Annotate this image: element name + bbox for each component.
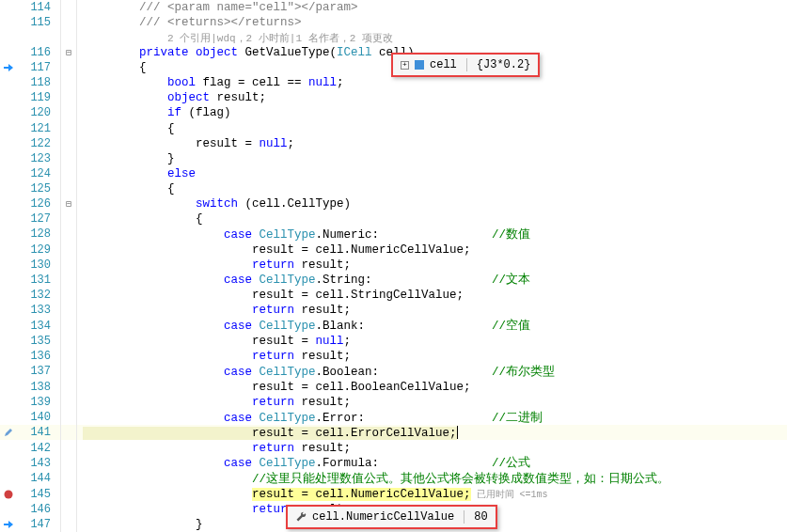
code-line[interactable]: 124 else [0, 166, 787, 181]
line-number: 123 [17, 152, 60, 165]
wrench-icon [295, 511, 307, 523]
step-arrow-icon [4, 63, 13, 72]
line-number: 127 [17, 212, 60, 226]
code-text[interactable]: result = null; [77, 137, 787, 150]
code-text[interactable]: result = cell.StringCellValue; [77, 289, 787, 302]
code-text[interactable]: } [77, 152, 787, 165]
line-number: 136 [17, 350, 60, 363]
code-text[interactable]: switch (cell.CellType) [77, 197, 787, 211]
code-text[interactable]: case CellType.String: //文本 [77, 272, 787, 288]
code-line[interactable]: 129 result = cell.NumericCellValue; [0, 243, 787, 258]
code-text[interactable]: case CellType.Numeric: //数值 [77, 227, 787, 243]
code-line[interactable]: 119 object result; [0, 90, 787, 105]
code-line[interactable]: 2 个引用|wdq，2 小时前|1 名作者，2 项更改 [0, 30, 787, 45]
code-text[interactable]: return result; [77, 350, 787, 363]
breakpoint-gutter[interactable] [0, 490, 17, 499]
breakpoint-icon[interactable] [4, 490, 13, 499]
edit-icon [4, 428, 13, 437]
line-number: 128 [17, 227, 60, 241]
code-text[interactable]: /// <returns></returns> [77, 16, 787, 29]
code-text[interactable]: { [77, 122, 787, 135]
code-line[interactable]: 120 if (flag) [0, 105, 787, 120]
breakpoint-gutter[interactable] [0, 63, 17, 72]
code-line[interactable]: 130 return result; [0, 258, 787, 273]
line-number: 129 [17, 243, 60, 257]
line-number: 130 [17, 258, 60, 272]
line-number: 125 [17, 182, 60, 196]
code-line[interactable]: 143 case CellType.Formula: //公式 [0, 456, 787, 472]
code-line[interactable]: 134 case CellType.Blank: //空值 [0, 318, 787, 334]
code-text[interactable]: return result; [77, 304, 787, 317]
line-number: 119 [17, 91, 60, 104]
field-icon [415, 60, 424, 70]
code-line[interactable]: 127 { [0, 211, 787, 227]
code-line[interactable]: 141 result = cell.ErrorCellValue; [0, 425, 787, 440]
code-text[interactable]: else [77, 167, 787, 180]
step-arrow-icon [4, 520, 13, 529]
code-line[interactable]: 138 result = cell.BooleanCellValue; [0, 380, 787, 395]
code-text[interactable]: return result; [77, 396, 787, 409]
code-line[interactable]: 132 result = cell.StringCellValue; [0, 288, 787, 303]
fold-toggle[interactable]: ⊟ [61, 47, 76, 58]
code-text[interactable]: return result; [77, 258, 787, 272]
breakpoint-gutter[interactable] [0, 520, 17, 529]
code-text[interactable]: result = null; [77, 335, 787, 348]
code-line[interactable]: 142 return result; [0, 440, 787, 455]
debug-tooltip-numeric: cell.NumericCellValue 80 [286, 505, 497, 529]
code-line[interactable]: 121 { [0, 121, 787, 136]
code-text[interactable]: { [77, 212, 787, 226]
code-text[interactable]: bool flag = cell == null; [77, 76, 787, 89]
code-line[interactable]: 145 result = cell.NumericCellValue;已用时间 … [0, 487, 787, 502]
code-line[interactable]: 115 /// <returns></returns> [0, 15, 787, 30]
code-line[interactable]: 135 result = null; [0, 334, 787, 349]
line-number: 131 [17, 274, 60, 287]
code-text[interactable]: object result; [77, 91, 787, 104]
code-text[interactable]: result = cell.BooleanCellValue; [77, 381, 787, 394]
line-number: 135 [17, 335, 60, 348]
tooltip-val: 80 [474, 510, 487, 524]
code-line[interactable]: 131 case CellType.String: //文本 [0, 273, 787, 289]
code-line[interactable]: 137 case CellType.Boolean: //布尔类型 [0, 364, 787, 380]
code-line[interactable]: 126⊟ switch (cell.CellType) [0, 196, 787, 211]
code-text[interactable]: case CellType.Formula: //公式 [77, 455, 787, 471]
debug-tooltip-cell: + cell {J3*0.2} [391, 53, 540, 77]
code-line[interactable]: 144 //这里只能处理数值公式。其他公式将会被转换成数值类型，如：日期公式。 [0, 471, 787, 487]
code-line[interactable]: 114 /// <param name="cell"></param> [0, 0, 787, 15]
code-line[interactable]: 133 return result; [0, 303, 787, 318]
code-line[interactable]: 128 case CellType.Numeric: //数值 [0, 227, 787, 243]
code-text[interactable]: { [77, 182, 787, 196]
line-number: 137 [17, 365, 60, 378]
code-text[interactable]: case CellType.Blank: //空值 [77, 318, 787, 334]
svg-point-0 [5, 490, 13, 498]
code-line[interactable]: 118 bool flag = cell == null; [0, 75, 787, 90]
code-text[interactable]: return result; [77, 442, 787, 455]
code-line[interactable]: 123 } [0, 151, 787, 166]
code-line[interactable]: 139 return result; [0, 395, 787, 410]
code-text[interactable]: result = cell.ErrorCellValue; [77, 426, 787, 439]
line-number: 126 [17, 197, 60, 211]
code-line[interactable]: 136 return result; [0, 349, 787, 364]
expand-icon[interactable]: + [401, 61, 409, 70]
code-text[interactable]: case CellType.Boolean: //布尔类型 [77, 364, 787, 380]
code-line[interactable]: 122 result = null; [0, 136, 787, 151]
line-number: 139 [17, 396, 60, 409]
line-number: 117 [17, 61, 60, 74]
code-text[interactable]: if (flag) [77, 106, 787, 119]
code-text[interactable]: /// <param name="cell"></param> [77, 1, 787, 14]
line-number: 120 [17, 106, 60, 119]
code-text[interactable]: //这里只能处理数值公式。其他公式将会被转换成数值类型，如：日期公式。 [77, 471, 787, 487]
fold-toggle[interactable]: ⊟ [61, 198, 76, 210]
code-text[interactable]: case CellType.Error: //二进制 [77, 410, 787, 426]
tooltip-var: cell [430, 58, 457, 71]
line-number: 114 [17, 1, 60, 14]
code-text[interactable]: result = cell.NumericCellValue; [77, 243, 787, 257]
line-number: 138 [17, 381, 60, 394]
line-number: 142 [17, 442, 60, 455]
code-text[interactable]: 2 个引用|wdq，2 小时前|1 名作者，2 项更改 [77, 31, 787, 45]
code-line[interactable]: 125 { [0, 181, 787, 196]
line-number: 134 [17, 320, 60, 333]
code-line[interactable]: 140 case CellType.Error: //二进制 [0, 410, 787, 426]
line-number: 140 [17, 411, 60, 424]
breakpoint-gutter[interactable] [0, 428, 17, 437]
code-text[interactable]: result = cell.NumericCellValue;已用时间 <=1m… [77, 488, 787, 501]
